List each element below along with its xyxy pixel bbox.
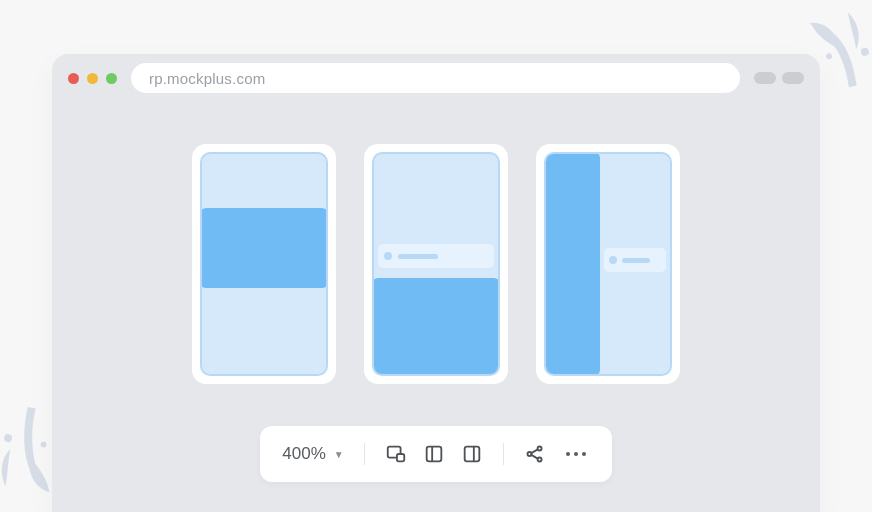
svg-rect-5 — [397, 454, 404, 461]
zoom-dropdown[interactable]: 400% ▼ — [282, 444, 343, 464]
url-bar[interactable]: rp.mockplus.com — [131, 63, 740, 93]
content-block — [604, 158, 666, 242]
panel-bottom-sheet — [372, 278, 500, 376]
extension-buttons — [754, 72, 804, 84]
url-text: rp.mockplus.com — [149, 70, 265, 87]
traffic-lights — [68, 73, 117, 84]
floating-toolbar: 400% ▼ — [260, 426, 611, 482]
panel-side-drawer — [544, 152, 600, 376]
artboard-card[interactable] — [192, 144, 336, 384]
extension-pill[interactable] — [782, 72, 804, 84]
minimize-window-button[interactable] — [87, 73, 98, 84]
responsive-view-button[interactable] — [385, 443, 407, 465]
canvas: 400% ▼ — [52, 102, 820, 512]
svg-point-0 — [860, 47, 869, 56]
svg-line-14 — [531, 449, 537, 453]
close-window-button[interactable] — [68, 73, 79, 84]
more-menu-button[interactable] — [562, 448, 590, 460]
chevron-down-icon: ▼ — [334, 449, 344, 460]
separator — [503, 443, 504, 465]
list-item-placeholder — [604, 248, 666, 272]
panel-right-button[interactable] — [461, 443, 483, 465]
artboard-row — [192, 144, 680, 384]
artboard-card[interactable] — [536, 144, 680, 384]
svg-line-15 — [531, 455, 537, 459]
svg-rect-9 — [464, 447, 479, 462]
share-icon — [524, 443, 546, 465]
artboard-screen — [372, 152, 500, 376]
separator — [364, 443, 365, 465]
extension-pill[interactable] — [754, 72, 776, 84]
share-button[interactable] — [524, 443, 546, 465]
panel-left-icon — [423, 443, 445, 465]
artboard-screen — [544, 152, 672, 376]
more-icon — [566, 452, 570, 456]
panel-left-button[interactable] — [423, 443, 445, 465]
artboard-card[interactable] — [364, 144, 508, 384]
browser-window: rp.mockplus.com — [52, 54, 820, 512]
zoom-label: 400% — [282, 444, 325, 464]
svg-point-1 — [826, 53, 833, 60]
panel-right-icon — [461, 443, 483, 465]
devices-icon — [385, 443, 407, 465]
svg-point-3 — [40, 441, 47, 448]
titlebar: rp.mockplus.com — [52, 54, 820, 102]
maximize-window-button[interactable] — [106, 73, 117, 84]
artboard-screen — [200, 152, 328, 376]
svg-point-2 — [3, 434, 12, 443]
panel-center-overlay — [200, 208, 328, 288]
list-item-placeholder — [378, 244, 494, 268]
content-block — [604, 278, 666, 370]
